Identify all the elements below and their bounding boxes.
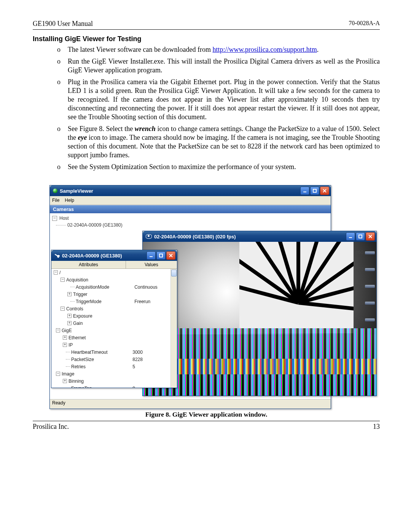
attrwin-titlebar[interactable]: 02-2040A-00009 (GE1380) bbox=[51, 250, 177, 261]
cameras-pane-label: Cameras bbox=[50, 205, 331, 213]
sv-title: SampleViewer bbox=[60, 188, 93, 194]
attr-row[interactable]: −/ bbox=[51, 269, 177, 276]
image-window: 02-2040A-00009 (GE1380) (020 fps) bbox=[142, 231, 377, 396]
expand-icon[interactable]: + bbox=[67, 321, 72, 325]
attr-value: 5 bbox=[130, 364, 177, 369]
rule-top bbox=[33, 29, 380, 30]
expand-icon[interactable]: + bbox=[63, 343, 67, 347]
attr-key: / bbox=[59, 270, 61, 275]
collapse-icon[interactable]: − bbox=[56, 372, 60, 376]
attr-row[interactable]: +Exposure bbox=[51, 312, 177, 320]
attr-row[interactable]: −Acquisition bbox=[51, 276, 177, 283]
section-title: Installing GigE Viewer for Testing bbox=[33, 35, 380, 43]
svg-rect-0 bbox=[303, 192, 306, 192]
attr-row[interactable]: +Ethernet bbox=[51, 334, 177, 341]
attr-key: Trigger bbox=[73, 292, 88, 297]
image-window-titlebar[interactable]: 02-2040A-00009 (GE1380) (020 fps) bbox=[143, 231, 376, 242]
attr-key: Retries bbox=[71, 364, 86, 369]
svg-rect-1 bbox=[313, 189, 316, 192]
attr-row[interactable]: +IP bbox=[51, 341, 177, 348]
attr-row[interactable]: −GigE bbox=[51, 327, 177, 334]
statusbar: Ready bbox=[50, 399, 331, 409]
figure-caption: Figure 8. GigE Viewer application window… bbox=[33, 411, 380, 419]
attr-value: 0 bbox=[130, 386, 177, 388]
attr-row[interactable]: AcquisitionModeContinuous bbox=[51, 283, 177, 291]
attrwin-close-button[interactable] bbox=[166, 251, 175, 260]
download-link[interactable]: http://www.prosilica.com/support.htm bbox=[212, 46, 317, 53]
imgwin-minimize-button[interactable] bbox=[346, 232, 355, 241]
header-right: 70-0028A-A bbox=[349, 20, 380, 28]
attr-key: Gain bbox=[73, 321, 83, 326]
menubar: File Help bbox=[50, 196, 331, 205]
attr-key: PacketSize bbox=[71, 357, 94, 362]
attr-value: 3000 bbox=[130, 350, 177, 355]
attr-row[interactable]: +Gain bbox=[51, 320, 177, 327]
imgwin-maximize-button[interactable] bbox=[356, 232, 365, 241]
attr-row[interactable]: PacketSize8228 bbox=[51, 356, 177, 363]
attr-row[interactable]: +Trigger bbox=[51, 291, 177, 298]
col-values[interactable]: Values bbox=[126, 261, 177, 268]
attributes-window: 02-2040A-00009 (GE1380) Attributes Value… bbox=[51, 250, 177, 388]
maximize-button[interactable] bbox=[310, 187, 319, 195]
bullet-1: The latest Viewer software can be downlo… bbox=[57, 45, 380, 54]
attrwin-maximize-button[interactable] bbox=[156, 251, 166, 260]
eye-icon bbox=[146, 234, 152, 239]
col-attributes[interactable]: Attributes bbox=[51, 261, 126, 268]
attr-row[interactable]: −Controls bbox=[51, 305, 177, 312]
expand-icon[interactable]: + bbox=[63, 379, 67, 383]
footer-left: Prosilica Inc. bbox=[33, 423, 69, 431]
tree-host-row[interactable]: − Host bbox=[52, 215, 328, 222]
menu-help[interactable]: Help bbox=[65, 198, 74, 203]
attr-key: Controls bbox=[66, 306, 83, 312]
attr-row[interactable]: +Binning bbox=[51, 377, 177, 385]
wrench-icon bbox=[54, 252, 61, 259]
attr-key: Acquisition bbox=[66, 277, 88, 283]
attr-key: Image bbox=[62, 371, 74, 377]
ruler-labels: 460 400 350 300 250 bbox=[355, 244, 375, 328]
expand-icon[interactable]: + bbox=[63, 335, 67, 340]
attr-key: FrameTag bbox=[71, 386, 92, 388]
attr-row[interactable]: FrameTag0 bbox=[51, 385, 177, 388]
close-button[interactable] bbox=[320, 187, 329, 195]
attr-key: Exposure bbox=[73, 313, 92, 319]
attr-row[interactable]: Retries5 bbox=[51, 363, 177, 370]
collapse-icon[interactable]: − bbox=[61, 278, 65, 282]
header-left: GE1900 User Manual bbox=[33, 20, 93, 28]
bullet-3: Plug in the Prosilica camera via the Gig… bbox=[57, 78, 380, 121]
expand-icon[interactable]: + bbox=[67, 314, 72, 318]
app-icon bbox=[53, 189, 57, 193]
tree-collapse-icon[interactable]: − bbox=[52, 216, 57, 221]
attr-value: 8228 bbox=[130, 357, 177, 362]
bullet-2: Run the GigE Viewer Installer.exe. This … bbox=[57, 57, 380, 75]
expand-icon[interactable]: + bbox=[67, 292, 72, 296]
svg-rect-15 bbox=[150, 256, 153, 257]
tree-camera-row[interactable]: 02-2040A-00009 (GE1380) bbox=[52, 222, 328, 228]
bullet-4: See Figure 8. Select the wrench icon to … bbox=[57, 125, 380, 160]
attr-scrollbar[interactable] bbox=[170, 269, 177, 388]
menu-file[interactable]: File bbox=[52, 198, 59, 203]
attr-key: GigE bbox=[62, 328, 72, 333]
footer-right: 13 bbox=[373, 423, 380, 431]
attr-key: IP bbox=[68, 342, 73, 348]
attr-row[interactable]: −Image bbox=[51, 370, 177, 377]
svg-rect-16 bbox=[159, 254, 162, 257]
camera-image: 460 400 350 300 250 bbox=[143, 242, 376, 396]
attr-row[interactable]: HeartbeatTimeout3000 bbox=[51, 348, 177, 356]
collapse-icon[interactable]: − bbox=[61, 307, 65, 311]
collapse-icon[interactable]: − bbox=[54, 270, 58, 275]
attr-key: Ethernet bbox=[68, 335, 86, 340]
svg-rect-2 bbox=[349, 237, 352, 238]
scrollbar-thumb[interactable] bbox=[171, 270, 177, 276]
attr-key: TriggerMode bbox=[76, 299, 102, 304]
minimize-button[interactable] bbox=[300, 187, 309, 195]
imgwin-close-button[interactable] bbox=[366, 232, 375, 241]
attrwin-minimize-button[interactable] bbox=[147, 251, 156, 260]
attr-key: HeartbeatTimeout bbox=[71, 350, 108, 355]
attr-key: Binning bbox=[68, 379, 84, 384]
collapse-icon[interactable]: − bbox=[56, 328, 60, 332]
attr-key: AcquisitionMode bbox=[76, 284, 109, 290]
svg-rect-3 bbox=[359, 235, 362, 238]
attr-row[interactable]: TriggerModeFreerun bbox=[51, 298, 177, 305]
sv-titlebar[interactable]: SampleViewer bbox=[50, 185, 331, 196]
bullet-5: See the System Optimization Section to m… bbox=[57, 163, 380, 171]
